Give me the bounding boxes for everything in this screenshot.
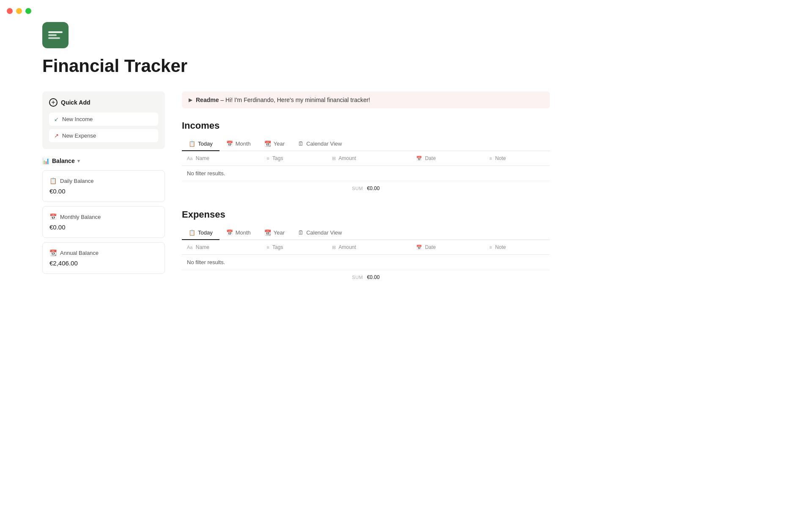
new-income-label: New Income (62, 116, 93, 122)
expenses-amount-col-icon: ⊞ (332, 245, 336, 250)
calendar-monthly-icon: 📅 (49, 213, 57, 220)
expenses-col-amount: ⊞ Amount (327, 240, 411, 255)
quick-add-section: + Quick Add ↙ New Income ↗ New Expense (42, 91, 165, 149)
app-icon (42, 22, 69, 48)
daily-balance-value: €0.00 (49, 188, 158, 195)
expenses-tab-year[interactable]: 📆 Year (258, 226, 291, 240)
right-content: ▶ Readme – Hi! I'm Ferdinando, Here's my… (182, 91, 550, 298)
annual-balance-value: €2,406.00 (49, 260, 158, 267)
svg-rect-2 (48, 37, 60, 39)
daily-balance-header: 📋 Daily Balance (49, 177, 158, 184)
amount-col-icon: ⊞ (332, 156, 336, 161)
date-col-icon: 📅 (416, 156, 422, 161)
monthly-balance-header: 📅 Monthly Balance (49, 213, 158, 220)
annual-balance-title: Annual Balance (60, 250, 99, 256)
monthly-balance-title: Monthly Balance (60, 214, 101, 220)
incomes-title: Incomes (182, 120, 550, 131)
new-expense-label: New Expense (62, 133, 96, 139)
incomes-tab-today-label: Today (198, 141, 213, 147)
expenses-year-tab-icon: 📆 (264, 229, 271, 236)
quick-add-label: Quick Add (61, 99, 91, 106)
annual-balance-header: 📆 Annual Balance (49, 249, 158, 256)
expenses-tab-today[interactable]: 📋 Today (182, 226, 219, 240)
incomes-table: Aa Name ≡ Tags ⊞ Amount (182, 151, 550, 181)
incomes-col-name: Aa Name (182, 151, 261, 166)
expenses-no-results: No filter results. (182, 255, 550, 270)
note-col-icon: ≡ (489, 156, 492, 161)
year-tab-icon: 📆 (264, 141, 271, 147)
monthly-balance-value: €0.00 (49, 224, 158, 231)
chart-icon: 📊 (42, 157, 49, 164)
expenses-section: Expenses 📋 Today 📅 Month 📆 Year (182, 209, 550, 283)
incomes-col-date: 📅 Date (411, 151, 484, 166)
quick-add-header: + Quick Add (49, 98, 158, 107)
incomes-col-tags: ≡ Tags (261, 151, 326, 166)
expenses-date-col-icon: 📅 (416, 245, 422, 250)
main-content: Financial Tracker + Quick Add ↙ New Inco… (0, 22, 592, 298)
incomes-no-results: No filter results. (182, 166, 550, 181)
expenses-month-tab-icon: 📅 (226, 229, 233, 236)
incomes-tab-calendar[interactable]: 🗓 Calendar View (291, 137, 348, 151)
incomes-no-results-row: No filter results. (182, 166, 550, 181)
page-title: Financial Tracker (42, 56, 550, 76)
new-expense-button[interactable]: ↗ New Expense (49, 129, 158, 142)
readme-message: – Hi! I'm Ferdinando, Here's my minimal … (219, 97, 370, 103)
expenses-col-note: ≡ Note (484, 240, 550, 255)
calendar-icon: 📋 (49, 177, 57, 184)
incomes-tab-month[interactable]: 📅 Month (219, 137, 258, 151)
sidebar: + Quick Add ↙ New Income ↗ New Expense 📊… (42, 91, 165, 278)
calendar-annual-icon: 📆 (49, 249, 57, 256)
titlebar (0, 0, 812, 22)
maximize-button[interactable] (25, 8, 31, 14)
daily-balance-title: Daily Balance (60, 178, 94, 184)
expenses-no-results-row: No filter results. (182, 255, 550, 270)
readme-banner: ▶ Readme – Hi! I'm Ferdinando, Here's my… (182, 91, 550, 108)
minimize-button[interactable] (16, 8, 22, 14)
balance-section: 📊 Balance ▾ 📋 Daily Balance €0.00 📅 (42, 157, 165, 274)
expenses-calendar-tab-icon: 🗓 (298, 229, 304, 236)
expenses-title: Expenses (182, 209, 550, 220)
incomes-tab-calendar-label: Calendar View (306, 141, 342, 147)
svg-rect-0 (48, 31, 63, 33)
two-column-layout: + Quick Add ↙ New Income ↗ New Expense 📊… (42, 91, 550, 298)
name-col-icon: Aa (187, 156, 192, 161)
expenses-tab-year-label: Year (274, 229, 285, 236)
incomes-tab-today[interactable]: 📋 Today (182, 137, 219, 151)
today-tab-icon: 📋 (189, 141, 195, 147)
incomes-tab-month-label: Month (236, 141, 251, 147)
incomes-sum-row: SUM €0.00 (182, 181, 550, 194)
expenses-tags-col-icon: ≡ (266, 245, 269, 250)
month-tab-icon: 📅 (226, 141, 233, 147)
expenses-tab-today-label: Today (198, 229, 213, 236)
expenses-col-tags: ≡ Tags (261, 240, 326, 255)
expenses-tab-calendar-label: Calendar View (306, 229, 342, 236)
expenses-name-col-icon: Aa (187, 245, 192, 250)
expenses-note-col-icon: ≡ (489, 245, 492, 250)
svg-rect-1 (48, 34, 57, 36)
readme-prefix: Readme (196, 97, 219, 103)
incomes-section: Incomes 📋 Today 📅 Month 📆 Year (182, 120, 550, 194)
expenses-today-tab-icon: 📋 (189, 229, 195, 236)
incomes-sum-label: SUM (352, 186, 363, 191)
expenses-sum-label: SUM (352, 275, 363, 280)
plus-icon: + (49, 98, 58, 107)
incomes-tab-row: 📋 Today 📅 Month 📆 Year 🗓 Calendar View (182, 137, 550, 151)
incomes-tab-year-label: Year (274, 141, 285, 147)
expenses-col-date: 📅 Date (411, 240, 484, 255)
expenses-tab-calendar[interactable]: 🗓 Calendar View (291, 226, 348, 240)
new-income-button[interactable]: ↙ New Income (49, 113, 158, 126)
expenses-sum-value: €0.00 (367, 274, 380, 280)
tags-col-icon: ≡ (266, 156, 269, 161)
balance-header[interactable]: 📊 Balance ▾ (42, 157, 165, 164)
close-button[interactable] (7, 8, 13, 14)
calendar-tab-icon: 🗓 (298, 141, 304, 147)
expense-arrow-icon: ↗ (54, 133, 59, 139)
incomes-tab-year[interactable]: 📆 Year (258, 137, 291, 151)
monthly-balance-card: 📅 Monthly Balance €0.00 (42, 206, 165, 238)
expenses-tab-month-label: Month (236, 229, 251, 236)
chevron-down-icon: ▾ (77, 158, 80, 164)
expenses-table: Aa Name ≡ Tags ⊞ Amount (182, 240, 550, 270)
expenses-sum-row: SUM €0.00 (182, 270, 550, 283)
expenses-tab-row: 📋 Today 📅 Month 📆 Year 🗓 Calendar View (182, 226, 550, 240)
expenses-tab-month[interactable]: 📅 Month (219, 226, 258, 240)
